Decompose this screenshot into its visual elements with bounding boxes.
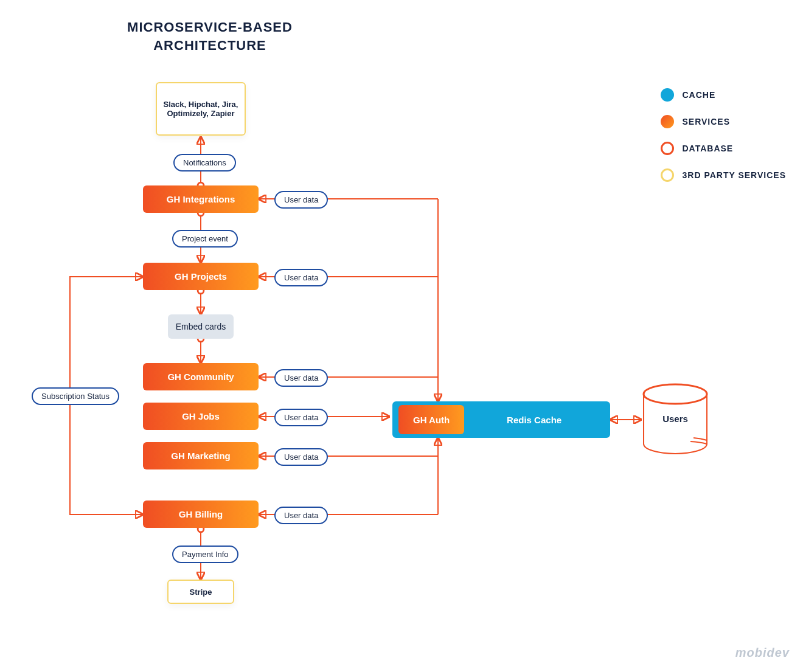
service-auth: GH Auth [398,405,464,434]
legend-label-third-party: 3RD PARTY SERVICES [683,170,787,180]
legend-item-cache: CACHE [661,88,787,102]
legend-swatch-3rd [661,168,674,182]
legend-label-cache: CACHE [683,90,716,100]
legend-label-services: SERVICES [683,117,731,126]
legend-swatch-services [661,115,674,128]
edge-label-userdata-jobs: User data [274,409,328,426]
service-community: GH Community [143,363,259,390]
legend-swatch-database [661,142,674,155]
legend-label-database: DATABASE [683,144,734,153]
edge-label-subscription-status: Subscription Status [32,387,119,405]
third-party-box-bottom: Stripe [167,580,234,604]
edge-label-userdata-integrations: User data [274,191,328,209]
edge-label-payment-info: Payment Info [172,546,238,563]
edge-label-userdata-marketing: User data [274,448,328,466]
diagram-title: MICROSERVICE-BASED ARCHITECTURE [119,18,301,54]
edge-label-project-event: Project event [172,230,238,248]
legend-swatch-cache [661,88,674,102]
edge-label-notifications: Notifications [173,154,236,171]
third-party-top-label: Slack, Hipchat, Jira, Optimizely, Zapier [163,100,238,118]
service-integrations: GH Integrations [143,185,259,213]
svg-point-9 [644,384,707,404]
edge-label-userdata-community: User data [274,369,328,387]
title-line-2: ARCHITECTURE [153,38,266,53]
database-label: Users [645,414,706,424]
cache-label: Redis Cache [464,415,604,425]
edge-label-userdata-billing: User data [274,507,328,524]
embed-cards-box: Embed cards [168,314,234,339]
cache-box: GH Auth Redis Cache [392,401,610,438]
legend-item-database: DATABASE [661,142,787,155]
legend-item-third-party: 3RD PARTY SERVICES [661,168,787,182]
service-billing: GH Billing [143,501,259,528]
service-projects: GH Projects [143,263,259,290]
brand-watermark: mobidev [735,646,790,660]
legend-item-services: SERVICES [661,115,787,128]
edge-label-userdata-projects: User data [274,269,328,286]
service-marketing: GH Marketing [143,442,259,469]
legend: CACHE SERVICES DATABASE 3RD PARTY SERVIC… [661,88,787,182]
third-party-box-top: Slack, Hipchat, Jira, Optimizely, Zapier [156,82,246,136]
title-line-1: MICROSERVICE-BASED [127,19,293,35]
service-jobs: GH Jobs [143,403,259,430]
